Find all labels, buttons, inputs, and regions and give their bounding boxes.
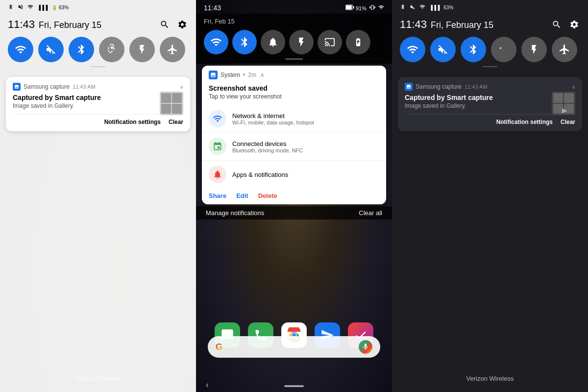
app-name-label: Samsung capture (24, 83, 70, 90)
bluetooth-tile[interactable] (69, 37, 94, 62)
left-notification-card[interactable]: Samsung capture 11:43 AM ∨ Captured by S… (6, 77, 190, 131)
sound-tile[interactable] (38, 37, 64, 62)
expand-icon[interactable]: ∨ (180, 84, 183, 90)
apps-notifications-icon (209, 166, 226, 183)
android-expanded-notification[interactable]: System • 2m ∧ Screenshot saved Tap to vi… (202, 66, 386, 204)
network-desc: Wi-Fi, mobile, data usage, hotspot (232, 120, 314, 125)
samsung-capture-icon (13, 83, 21, 91)
right-search-icon[interactable] (551, 19, 563, 30)
right-notif-title: Captured by Smart capture (405, 94, 546, 101)
right-date: Fri, February 15 (431, 20, 493, 30)
apps-notifications-name: Apps & notifications (232, 171, 288, 178)
android-back-button[interactable]: ‹ (206, 380, 209, 390)
settings-icon[interactable] (176, 19, 188, 30)
right-qs-actions (551, 19, 580, 30)
qs-divider (91, 66, 105, 67)
screenshot-thumbnail (160, 92, 183, 115)
android-cast-tile[interactable] (318, 30, 342, 54)
svg-rect-2 (346, 5, 352, 9)
android-wifi-tile[interactable] (204, 30, 228, 54)
exp-notif-header: System • 2m ∧ (202, 66, 386, 82)
left-time: 11:43 (8, 18, 35, 31)
flashlight-tile[interactable] (129, 37, 155, 62)
android-bluetooth-tile[interactable] (232, 30, 257, 54)
search-icon[interactable] (159, 19, 171, 30)
connected-devices-name: Connected devices (232, 140, 303, 147)
right-expand-icon[interactable]: ∨ (572, 84, 575, 90)
android-battery-saver-tile[interactable] (346, 30, 370, 54)
network-icon (209, 110, 226, 127)
share-action[interactable]: Share (209, 192, 226, 199)
right-airplane-tile[interactable] (552, 37, 577, 62)
right-notif-header: Samsung capture 11:43 AM ∨ (405, 83, 575, 91)
android-notif-time: 2m (248, 72, 256, 78)
connected-devices-icon (209, 138, 226, 155)
clear-all-button[interactable]: Clear all (359, 209, 382, 217)
left-carrier: Verizon Wireless (74, 375, 122, 382)
bluetooth-status-icon (8, 4, 14, 11)
android-notif-actions: Share Edit Delete (202, 188, 386, 204)
left-qs-tiles (8, 37, 188, 62)
right-flashlight-tile[interactable] (521, 37, 547, 62)
connected-devices-item[interactable]: Connected devices Bluetooth, driving mod… (202, 133, 386, 161)
network-name: Network & internet (232, 112, 314, 120)
left-date: Fri, February 15 (39, 20, 101, 30)
right-notification-card[interactable]: Samsung capture 11:43 AM ∨ Captured by S… (398, 77, 582, 131)
android-flashlight-tile[interactable] (289, 30, 314, 54)
right-qs-header: 11:43 Fri, February 15 (400, 18, 580, 31)
android-quick-settings: Fri, Feb 15 (196, 14, 392, 64)
right-panel: ▐▐▐ 63% 11:43 Fri, February 15 (392, 0, 588, 392)
right-notif-body: Image saved in Gallery. (405, 102, 546, 109)
rotate-tile[interactable] (99, 37, 124, 62)
right-signal-icon: ▐▐▐ (429, 5, 440, 10)
mute-status-icon (18, 4, 24, 11)
android-tiles (204, 30, 384, 54)
clear-button[interactable]: Clear (169, 119, 183, 125)
left-status-bar: ▐▐▐ 🔋 63% (0, 0, 196, 13)
android-wifi-icon (378, 4, 384, 12)
android-divider (285, 58, 303, 60)
right-wifi-tile[interactable] (400, 37, 425, 62)
android-notif-chevron[interactable]: ∧ (260, 72, 265, 78)
notif-header: Samsung capture 11:43 AM ∨ (13, 83, 183, 91)
right-time: 11:43 (400, 18, 427, 31)
left-panel: ▐▐▐ 🔋 63% 11:43 Fri, February 15 (0, 0, 196, 392)
edit-action[interactable]: Edit (236, 192, 248, 199)
system-app-icon (209, 71, 218, 79)
right-notif-actions: Notification settings Clear (405, 114, 575, 125)
wifi-tile[interactable] (8, 37, 33, 62)
apps-notifications-item[interactable]: Apps & notifications (202, 161, 386, 188)
right-notification-settings-button[interactable]: Notification settings (496, 119, 553, 125)
right-clear-button[interactable]: Clear (561, 119, 575, 125)
right-status-bar: ▐▐▐ 63% (392, 0, 588, 13)
notif-time: 11:43 AM (73, 84, 95, 90)
android-bottom-bar: Manage notifications Clear all (196, 206, 392, 220)
right-rotate-tile[interactable] (491, 37, 516, 62)
right-samsung-capture-icon (405, 83, 413, 91)
qs-header: 11:43 Fri, February 15 (8, 18, 188, 31)
airplane-tile[interactable] (160, 37, 185, 62)
google-search-bar[interactable]: G (208, 336, 380, 358)
notif-actions: Notification settings Clear (13, 114, 183, 125)
google-mic-icon[interactable] (359, 340, 372, 354)
right-qs-divider (483, 66, 497, 67)
android-app-name: System (220, 72, 240, 78)
right-bt-icon (400, 4, 406, 11)
network-internet-item[interactable]: Network & internet Wi-Fi, mobile, data u… (202, 105, 386, 133)
notification-settings-button[interactable]: Notification settings (104, 119, 161, 125)
android-nav-pill[interactable] (284, 385, 304, 387)
right-settings-icon[interactable] (568, 19, 580, 30)
google-g-icon: G (216, 342, 222, 352)
right-app-name: Samsung capture (416, 83, 462, 90)
right-sound-tile[interactable] (430, 37, 456, 62)
manage-notifications-button[interactable]: Manage notifications (206, 209, 264, 217)
android-notif-title: Screenshot saved (202, 82, 386, 93)
android-date: Fri, Feb 15 (204, 18, 384, 25)
play-icon: ▶ (562, 106, 567, 114)
android-dnd-tile[interactable] (261, 30, 285, 54)
delete-action[interactable]: Delete (258, 192, 277, 199)
battery-icon: 🔋 63% (51, 5, 69, 10)
right-bluetooth-tile[interactable] (461, 37, 486, 62)
signal-icon: ▐▐▐ (37, 5, 48, 10)
android-vibrate-icon (369, 4, 375, 12)
